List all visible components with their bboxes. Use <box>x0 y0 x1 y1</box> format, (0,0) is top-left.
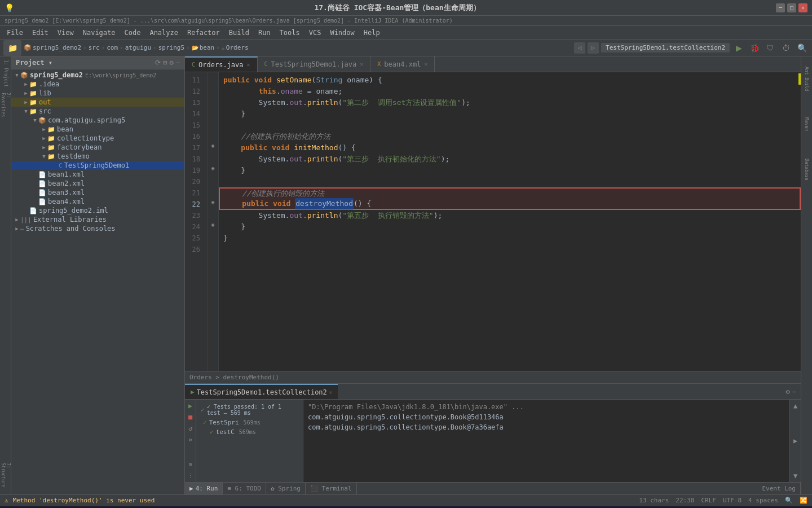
tree-factorybean[interactable]: ▶ 📁 factorybean <box>11 143 184 152</box>
settings-gear-icon[interactable]: ⚙ <box>786 388 790 396</box>
maximize-button[interactable]: □ <box>787 3 796 12</box>
maven-panel[interactable]: Maven <box>801 102 812 147</box>
minimize-button[interactable]: ─ <box>776 3 785 12</box>
tree-arrow-extlib: ▶ <box>14 217 20 222</box>
menu-run[interactable]: Run <box>254 26 275 39</box>
settings-icon[interactable]: ⚙ <box>170 59 174 67</box>
breadcrumb-atguigu[interactable]: atguigu <box>125 44 151 51</box>
sync-icon[interactable]: ⟳ <box>155 59 161 67</box>
breadcrumb-spring5[interactable]: spring5 <box>158 44 184 51</box>
database-panel[interactable]: Database <box>801 147 812 192</box>
run-expand-btn[interactable]: ⊞ <box>186 459 196 470</box>
tree-root[interactable]: ▼ 📦 spring5_demo2 E:\work\spring5_demo2 <box>11 71 184 80</box>
run-left-toolbar: ▶ ■ ↺ » ⊞ ⋮ <box>185 400 196 482</box>
sidebar-panel-favorites[interactable]: 2: Favorites <box>0 90 11 124</box>
menu-view[interactable]: View <box>53 26 78 39</box>
tree-src[interactable]: ▼ 📁 src <box>11 107 184 116</box>
code-line-15 <box>219 120 801 131</box>
tab-testspring5[interactable]: C TestSpring5Demo1.java ✕ <box>258 56 371 72</box>
tree-testspring5demo1[interactable]: C TestSpring5Demo1 <box>11 161 184 170</box>
run-tree-testc[interactable]: ✓ testC 569ms <box>196 427 303 437</box>
tool-tab-todo[interactable]: ≡ 6: TODO <box>223 483 266 494</box>
project-icon: 📦 <box>20 72 28 79</box>
breadcrumb-src[interactable]: src <box>89 44 100 51</box>
breadcrumb-project[interactable]: spring5_demo2 <box>33 44 81 51</box>
ant-build-panel[interactable]: Ant Build <box>801 56 812 102</box>
window-controls[interactable]: ─ □ ✕ <box>776 3 807 12</box>
sidebar-panel-project[interactable]: 1: Project <box>0 56 11 90</box>
tab-bean4xml[interactable]: X bean4.xml ✕ <box>370 56 435 72</box>
menu-navigate[interactable]: Navigate <box>78 26 120 39</box>
forward-btn[interactable]: ▷ <box>588 42 599 54</box>
encoding[interactable]: UTF-8 <box>723 497 742 504</box>
tree-bean4xml[interactable]: 📄 bean4.xml <box>11 197 184 206</box>
run-config-selector[interactable]: TestSpring5Demo1.testCollection2 <box>601 43 730 52</box>
run-tab-close[interactable]: ✕ <box>329 389 332 395</box>
tree-bean[interactable]: ▶ 📁 bean <box>11 125 184 134</box>
tree-lib[interactable]: ▶ 📁 lib <box>11 89 184 98</box>
scroll-down-btn[interactable]: ▼ <box>793 472 797 480</box>
folder-icon-src: 📁 <box>29 108 37 115</box>
tree-iml[interactable]: 📄 spring5_demo2.iml <box>11 206 184 215</box>
scroll-up-btn[interactable]: ▲ <box>793 402 797 410</box>
menu-code[interactable]: Code <box>120 26 145 39</box>
tool-tab-spring[interactable]: ✿ Spring <box>266 483 306 494</box>
tree-idea[interactable]: ▶ 📁 .idea <box>11 80 184 89</box>
tab-orders-close[interactable]: ✕ <box>247 62 250 68</box>
tree-testdemo[interactable]: ▼ 📁 testdemo <box>11 152 184 161</box>
run-play-btn[interactable]: ▶ <box>186 401 196 411</box>
run-button[interactable]: ▶ <box>732 42 745 54</box>
project-dropdown-label[interactable]: Project ▾ <box>16 59 52 67</box>
search-button[interactable]: 🔍 <box>795 42 809 54</box>
run-tab-label: TestSpring5Demo1.testCollection2 <box>197 388 327 396</box>
breadcrumb-bean[interactable]: 📂 <box>192 45 198 51</box>
tree-out[interactable]: ▶ 📁 out <box>11 98 184 107</box>
tab-orders-java[interactable]: C Orders.java ✕ <box>185 56 258 72</box>
run-play-large-btn[interactable]: ▶ <box>793 437 797 445</box>
breadcrumb-bean-text[interactable]: bean <box>200 44 215 51</box>
run-extras-btn[interactable]: ⋮ <box>186 471 196 481</box>
run-more-btn[interactable]: » <box>186 435 196 445</box>
menu-tools[interactable]: Tools <box>275 26 304 39</box>
tree-external-libs[interactable]: ▶ ||| External Libraries <box>11 215 184 224</box>
menu-window[interactable]: Window <box>325 26 359 39</box>
breadcrumb-file[interactable]: Orders <box>226 44 249 51</box>
back-btn[interactable]: ◁ <box>574 42 585 54</box>
menu-refactor[interactable]: Refactor <box>183 26 224 39</box>
tab-xml-close[interactable]: ✕ <box>424 61 427 67</box>
tree-scratches[interactable]: ▶ ✏ Scratches and Consoles <box>11 224 184 233</box>
profile-button[interactable]: ⏱ <box>779 42 793 54</box>
run-tab-active[interactable]: ▶ TestSpring5Demo1.testCollection2 ✕ <box>185 384 338 399</box>
menu-analyze[interactable]: Analyze <box>145 26 183 39</box>
tab-test-close[interactable]: ✕ <box>360 61 363 67</box>
minimize-panel-icon[interactable]: − <box>792 388 796 396</box>
run-rerun-btn[interactable]: ↺ <box>186 423 196 433</box>
close-button[interactable]: ✕ <box>798 3 807 12</box>
menu-build[interactable]: Build <box>224 26 254 39</box>
code-content[interactable]: public void setOname(String oname) { thi… <box>219 72 801 371</box>
project-icon-btn[interactable]: 📁 <box>3 40 21 56</box>
gutter-19: ◉ <box>208 163 218 174</box>
tree-bean3xml[interactable]: 📄 bean3.xml <box>11 188 184 197</box>
tool-tab-terminal[interactable]: ⬛ Terminal <box>306 483 357 494</box>
coverage-button[interactable]: 🛡 <box>764 42 777 54</box>
tree-bean1xml[interactable]: 📄 bean1.xml <box>11 170 184 179</box>
indent[interactable]: 4 spaces <box>748 497 778 504</box>
menu-help[interactable]: Help <box>359 26 385 39</box>
menu-file[interactable]: File <box>2 26 28 39</box>
tree-bean2xml[interactable]: 📄 bean2.xml <box>11 179 184 188</box>
menu-edit[interactable]: Edit <box>28 26 53 39</box>
run-tree-testspri[interactable]: ✓ TestSpri 569ms <box>196 418 303 427</box>
subtitle-bar: spring5_demo2 [E:\work\spring5_demo2] - … <box>0 16 812 26</box>
collapse-icon[interactable]: ⊞ <box>163 59 167 67</box>
tool-tab-run[interactable]: ▶ 4: Run <box>185 483 223 494</box>
tool-tab-event-log[interactable]: Event Log <box>757 483 801 494</box>
run-stop-btn[interactable]: ■ <box>186 412 196 422</box>
breadcrumb-com[interactable]: com <box>107 44 118 51</box>
tree-collectiontype[interactable]: ▶ 📁 collectiontype <box>11 134 184 143</box>
close-panel-icon[interactable]: − <box>176 59 180 67</box>
menu-vcs[interactable]: VCS <box>304 26 326 39</box>
tree-package[interactable]: ▼ 📦 com.atguigu.spring5 <box>11 116 184 125</box>
debug-button[interactable]: 🐞 <box>748 42 761 54</box>
sidebar-panel-structure[interactable]: 7: Structure <box>0 461 11 494</box>
